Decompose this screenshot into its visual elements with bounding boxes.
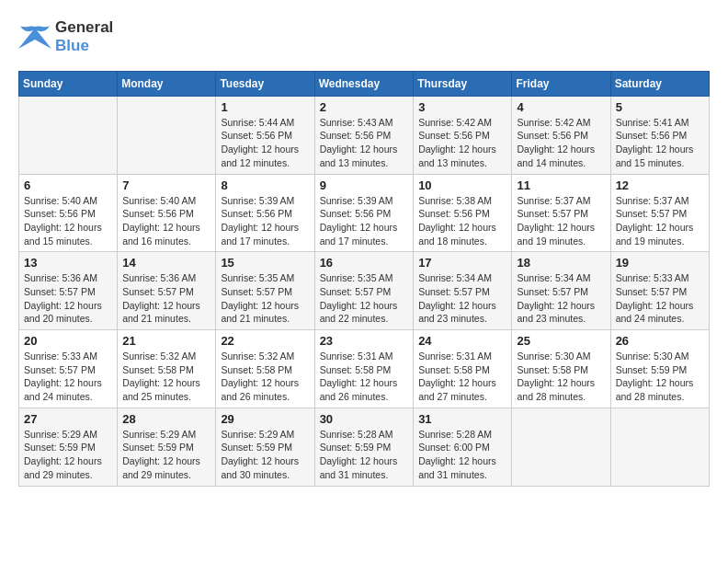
calendar-cell: 4 Sunrise: 5:42 AMSunset: 5:56 PMDayligh… (512, 96, 610, 174)
day-number: 24 (418, 334, 506, 348)
calendar-cell: 30 Sunrise: 5:28 AMSunset: 5:59 PMDaylig… (314, 408, 414, 486)
calendar-cell: 18 Sunrise: 5:34 AMSunset: 5:57 PMDaylig… (512, 252, 610, 330)
calendar-week-row: 20 Sunrise: 5:33 AMSunset: 5:57 PMDaylig… (19, 330, 710, 408)
cell-info: Sunrise: 5:40 AMSunset: 5:56 PMDaylight:… (122, 194, 210, 248)
day-number: 27 (24, 412, 112, 426)
calendar-cell: 10 Sunrise: 5:38 AMSunset: 5:56 PMDaylig… (414, 174, 512, 252)
calendar-cell: 7 Sunrise: 5:40 AMSunset: 5:56 PMDayligh… (118, 174, 216, 252)
calendar-cell: 15 Sunrise: 5:35 AMSunset: 5:57 PMDaylig… (216, 252, 314, 330)
day-number: 16 (320, 256, 409, 270)
weekday-header: Friday (512, 71, 610, 96)
day-number: 13 (24, 256, 112, 270)
day-number: 17 (418, 256, 506, 270)
calendar-body: 1 Sunrise: 5:44 AMSunset: 5:56 PMDayligh… (19, 96, 710, 486)
cell-info: Sunrise: 5:41 AMSunset: 5:56 PMDaylight:… (616, 116, 704, 170)
calendar-cell: 21 Sunrise: 5:32 AMSunset: 5:58 PMDaylig… (118, 330, 216, 408)
cell-info: Sunrise: 5:30 AMSunset: 5:58 PMDaylight:… (517, 350, 605, 404)
day-number: 7 (122, 178, 210, 192)
cell-info: Sunrise: 5:29 AMSunset: 5:59 PMDaylight:… (221, 428, 309, 482)
cell-info: Sunrise: 5:37 AMSunset: 5:57 PMDaylight:… (616, 194, 704, 248)
cell-info: Sunrise: 5:29 AMSunset: 5:59 PMDaylight:… (122, 428, 210, 482)
calendar-cell: 28 Sunrise: 5:29 AMSunset: 5:59 PMDaylig… (118, 408, 216, 486)
calendar-cell (118, 96, 216, 174)
calendar-cell: 11 Sunrise: 5:37 AMSunset: 5:57 PMDaylig… (512, 174, 610, 252)
calendar-cell: 29 Sunrise: 5:29 AMSunset: 5:59 PMDaylig… (216, 408, 314, 486)
day-number: 22 (221, 334, 309, 348)
day-number: 2 (320, 100, 409, 114)
day-number: 15 (221, 256, 309, 270)
page-header: General Blue (18, 18, 710, 56)
calendar-cell: 25 Sunrise: 5:30 AMSunset: 5:58 PMDaylig… (512, 330, 610, 408)
calendar-cell: 9 Sunrise: 5:39 AMSunset: 5:56 PMDayligh… (314, 174, 414, 252)
calendar-cell: 19 Sunrise: 5:33 AMSunset: 5:57 PMDaylig… (610, 252, 709, 330)
weekday-header: Monday (118, 71, 216, 96)
day-number: 12 (616, 178, 704, 192)
calendar-cell: 23 Sunrise: 5:31 AMSunset: 5:58 PMDaylig… (314, 330, 414, 408)
calendar-cell: 26 Sunrise: 5:30 AMSunset: 5:59 PMDaylig… (610, 330, 709, 408)
calendar-cell: 14 Sunrise: 5:36 AMSunset: 5:57 PMDaylig… (118, 252, 216, 330)
day-number: 30 (320, 412, 409, 426)
calendar-cell: 20 Sunrise: 5:33 AMSunset: 5:57 PMDaylig… (19, 330, 118, 408)
cell-info: Sunrise: 5:36 AMSunset: 5:57 PMDaylight:… (122, 271, 210, 326)
day-number: 5 (616, 100, 704, 114)
weekday-header-row: SundayMondayTuesdayWednesdayThursdayFrid… (19, 71, 710, 96)
calendar-week-row: 13 Sunrise: 5:36 AMSunset: 5:57 PMDaylig… (19, 252, 710, 330)
cell-info: Sunrise: 5:33 AMSunset: 5:57 PMDaylight:… (616, 271, 704, 326)
cell-info: Sunrise: 5:42 AMSunset: 5:56 PMDaylight:… (418, 116, 506, 170)
day-number: 19 (616, 256, 704, 270)
calendar-week-row: 6 Sunrise: 5:40 AMSunset: 5:56 PMDayligh… (19, 174, 710, 252)
calendar-cell (610, 408, 709, 486)
calendar-cell: 24 Sunrise: 5:31 AMSunset: 5:58 PMDaylig… (414, 330, 512, 408)
calendar-cell: 3 Sunrise: 5:42 AMSunset: 5:56 PMDayligh… (414, 96, 512, 174)
day-number: 14 (122, 256, 210, 270)
day-number: 10 (418, 178, 506, 192)
calendar-cell: 13 Sunrise: 5:36 AMSunset: 5:57 PMDaylig… (19, 252, 118, 330)
calendar-table: SundayMondayTuesdayWednesdayThursdayFrid… (18, 71, 710, 487)
weekday-header: Wednesday (314, 71, 414, 96)
cell-info: Sunrise: 5:28 AMSunset: 5:59 PMDaylight:… (320, 428, 409, 482)
cell-info: Sunrise: 5:40 AMSunset: 5:56 PMDaylight:… (24, 194, 112, 248)
day-number: 31 (418, 412, 506, 426)
calendar-cell: 5 Sunrise: 5:41 AMSunset: 5:56 PMDayligh… (610, 96, 709, 174)
weekday-header: Tuesday (216, 71, 314, 96)
cell-info: Sunrise: 5:39 AMSunset: 5:56 PMDaylight:… (320, 194, 409, 248)
calendar-cell: 6 Sunrise: 5:40 AMSunset: 5:56 PMDayligh… (19, 174, 118, 252)
calendar-header: SundayMondayTuesdayWednesdayThursdayFrid… (19, 71, 710, 96)
cell-info: Sunrise: 5:43 AMSunset: 5:56 PMDaylight:… (320, 116, 409, 170)
calendar-cell: 1 Sunrise: 5:44 AMSunset: 5:56 PMDayligh… (216, 96, 314, 174)
logo-line2: Blue (55, 37, 113, 55)
cell-info: Sunrise: 5:29 AMSunset: 5:59 PMDaylight:… (24, 428, 112, 482)
calendar-cell: 27 Sunrise: 5:29 AMSunset: 5:59 PMDaylig… (19, 408, 118, 486)
cell-info: Sunrise: 5:35 AMSunset: 5:57 PMDaylight:… (320, 271, 409, 326)
day-number: 3 (418, 100, 506, 114)
cell-info: Sunrise: 5:44 AMSunset: 5:56 PMDaylight:… (221, 116, 309, 170)
day-number: 18 (517, 256, 605, 270)
day-number: 29 (221, 412, 309, 426)
cell-info: Sunrise: 5:31 AMSunset: 5:58 PMDaylight:… (320, 350, 409, 404)
cell-info: Sunrise: 5:31 AMSunset: 5:58 PMDaylight:… (418, 350, 506, 404)
cell-info: Sunrise: 5:32 AMSunset: 5:58 PMDaylight:… (122, 350, 210, 404)
weekday-header: Saturday (610, 71, 709, 96)
calendar-cell: 16 Sunrise: 5:35 AMSunset: 5:57 PMDaylig… (314, 252, 414, 330)
calendar-cell: 12 Sunrise: 5:37 AMSunset: 5:57 PMDaylig… (610, 174, 709, 252)
cell-info: Sunrise: 5:33 AMSunset: 5:57 PMDaylight:… (24, 350, 112, 404)
weekday-header: Thursday (414, 71, 512, 96)
calendar-cell (19, 96, 118, 174)
logo-icon (18, 23, 51, 51)
day-number: 26 (616, 334, 704, 348)
calendar-week-row: 27 Sunrise: 5:29 AMSunset: 5:59 PMDaylig… (19, 408, 710, 486)
day-number: 9 (320, 178, 409, 192)
cell-info: Sunrise: 5:36 AMSunset: 5:57 PMDaylight:… (24, 271, 112, 326)
calendar-cell: 31 Sunrise: 5:28 AMSunset: 6:00 PMDaylig… (414, 408, 512, 486)
calendar-week-row: 1 Sunrise: 5:44 AMSunset: 5:56 PMDayligh… (19, 96, 710, 174)
day-number: 4 (517, 100, 605, 114)
weekday-header: Sunday (19, 71, 118, 96)
cell-info: Sunrise: 5:34 AMSunset: 5:57 PMDaylight:… (517, 271, 605, 326)
cell-info: Sunrise: 5:39 AMSunset: 5:56 PMDaylight:… (221, 194, 309, 248)
day-number: 1 (221, 100, 309, 114)
day-number: 28 (122, 412, 210, 426)
cell-info: Sunrise: 5:30 AMSunset: 5:59 PMDaylight:… (616, 350, 704, 404)
cell-info: Sunrise: 5:42 AMSunset: 5:56 PMDaylight:… (517, 116, 605, 170)
day-number: 6 (24, 178, 112, 192)
calendar-cell: 17 Sunrise: 5:34 AMSunset: 5:57 PMDaylig… (414, 252, 512, 330)
